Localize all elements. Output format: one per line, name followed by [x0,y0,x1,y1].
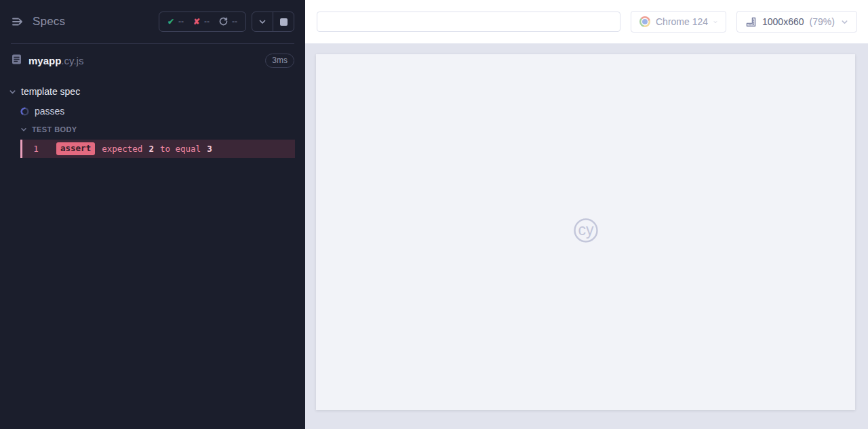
section-row-test-body[interactable]: TEST BODY [0,121,305,138]
browser-label: Chrome 124 [656,16,708,27]
spec-file-row[interactable]: myapp.cy.js 3ms [0,44,305,77]
main-area: Chrome 124 1000x660 (79%) cy [305,0,868,429]
stat-passed-count: -- [178,17,184,26]
check-icon: ✔ [167,18,174,26]
stop-button[interactable] [273,12,294,31]
stop-icon [280,18,288,26]
command-log-assert-row[interactable]: 1 assert expected 2 to equal 3 [20,140,295,158]
stat-failed: ✘ -- [193,17,210,26]
reporter-sidebar: Specs ✔ -- ✘ -- -- [0,0,305,429]
aut-preview-wrap: cy [305,43,868,429]
chevron-down-icon [258,18,267,26]
topbar: Chrome 124 1000x660 (79%) [305,0,868,43]
viewport-size-button[interactable]: 1000x660 (79%) [736,11,857,33]
test-running-spinner-icon [20,107,29,116]
run-controls-group [252,12,294,32]
assert-message: expected 2 to equal 3 [102,144,212,154]
refresh-icon [219,17,228,27]
chevron-down-icon [841,18,848,26]
reporter-header: Specs ✔ -- ✘ -- -- [0,0,305,43]
browser-select-button[interactable]: Chrome 124 [631,11,726,33]
aut-iframe-panel: cy [316,54,855,410]
test-tree: template spec passes TEST BODY 1 assert [0,77,305,158]
cypress-logo: cy [568,214,604,251]
assert-command-badge: assert [56,142,95,155]
viewport-size-label: 1000x660 [762,16,804,27]
stat-pending: -- [219,17,237,27]
stat-failed-count: -- [204,17,210,26]
url-input[interactable] [317,12,620,32]
spec-extension: .cy.js [61,55,83,66]
stat-pending-count: -- [232,17,237,26]
specs-list-toggle-icon[interactable] [11,14,26,29]
command-line-number: 1 [29,144,43,154]
assert-message-mid: to equal [160,144,201,154]
assert-expected-value: 3 [207,144,212,154]
chevron-down-icon [713,18,717,26]
test-label: passes [35,106,64,117]
ruler-icon [745,16,757,28]
spec-duration-badge: 3ms [265,54,294,68]
collapse-all-button[interactable] [252,12,273,31]
section-label: TEST BODY [32,125,77,134]
assert-actual-value: 2 [149,144,154,154]
specs-title: Specs [33,15,65,28]
suite-label: template spec [21,86,80,97]
x-icon: ✘ [193,18,200,26]
stat-passed: ✔ -- [167,17,184,26]
test-row-passes[interactable]: passes [0,101,305,121]
chevron-down-icon [9,88,16,96]
chrome-browser-icon [639,16,650,27]
spec-name: myapp [28,55,61,66]
spec-file-icon [11,54,22,68]
cypress-logo-text: cy [578,221,594,239]
suite-row-template-spec[interactable]: template spec [0,82,305,101]
chevron-down-icon [20,126,27,133]
assert-message-pre: expected [102,144,142,154]
test-stats-group: ✔ -- ✘ -- -- [159,12,246,32]
viewport-scale-label: (79%) [810,16,835,27]
